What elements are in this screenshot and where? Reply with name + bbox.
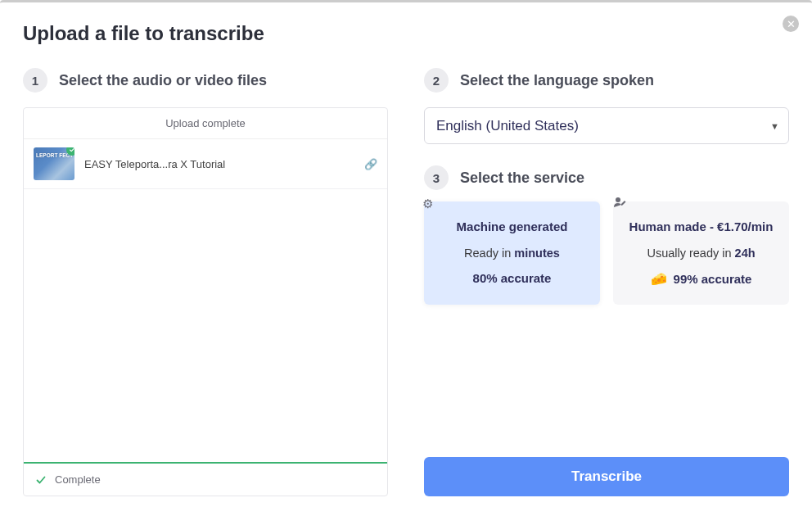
check-icon bbox=[35, 474, 47, 486]
columns: 1 Select the audio or video files Upload… bbox=[23, 68, 789, 496]
step-badge-2: 2 bbox=[424, 68, 449, 93]
complete-label: Complete bbox=[55, 473, 101, 486]
human-ready: Usually ready in 24h bbox=[625, 247, 778, 260]
cheese-icon: 🧀 bbox=[651, 271, 667, 287]
step1-header: 1 Select the audio or video files bbox=[23, 68, 388, 93]
upload-spacer bbox=[24, 189, 387, 462]
dialog-body: Upload a file to transcribe 1 Select the… bbox=[0, 2, 812, 516]
service-options: ⚙ Machine generated Ready in minutes 80%… bbox=[424, 201, 789, 305]
service-card-human[interactable]: Human made - €1.70/min Usually ready in … bbox=[613, 201, 789, 305]
check-icon bbox=[69, 147, 74, 153]
step3-title: Select the service bbox=[460, 170, 584, 187]
page-title: Upload a file to transcribe bbox=[23, 22, 789, 45]
step3-header: 3 Select the service bbox=[424, 165, 789, 190]
service-card-machine[interactable]: Machine generated Ready in minutes 80% a… bbox=[424, 201, 600, 305]
gear-icon: ⚙ bbox=[422, 197, 433, 211]
link-icon[interactable]: 🔗 bbox=[364, 158, 377, 170]
human-accuracy: 🧀 99% accurate bbox=[625, 271, 778, 287]
upload-status: Upload complete bbox=[24, 108, 387, 139]
step-badge-1: 1 bbox=[23, 68, 47, 93]
column-left: 1 Select the audio or video files Upload… bbox=[23, 68, 388, 496]
machine-title: Machine generated bbox=[435, 220, 589, 233]
human-title: Human made - €1.70/min bbox=[625, 220, 778, 233]
close-button[interactable]: ✕ bbox=[783, 16, 799, 32]
file-row[interactable]: LEPORT FECT EASY Teleporta...ra X Tutori… bbox=[24, 139, 387, 189]
machine-ready: Ready in minutes bbox=[435, 247, 589, 260]
person-edit-icon bbox=[613, 197, 628, 210]
transcribe-button[interactable]: Transcribe bbox=[424, 457, 789, 496]
step2-header: 2 Select the language spoken bbox=[424, 68, 789, 93]
file-name: EASY Teleporta...ra X Tutorial bbox=[84, 158, 354, 170]
svg-point-0 bbox=[616, 197, 620, 202]
language-select-wrap: English (United States) ▼ bbox=[424, 107, 789, 144]
step2-title: Select the language spoken bbox=[460, 72, 654, 89]
complete-row: Complete bbox=[24, 464, 387, 496]
upload-box: Upload complete LEPORT FECT EASY Telepor… bbox=[23, 107, 388, 496]
column-right: 2 Select the language spoken English (Un… bbox=[424, 68, 789, 496]
step-badge-3: 3 bbox=[424, 165, 449, 190]
machine-accuracy: 80% accurate bbox=[435, 271, 589, 285]
file-thumbnail: LEPORT FECT bbox=[34, 147, 74, 180]
step1-title: Select the audio or video files bbox=[59, 72, 267, 89]
spacer bbox=[424, 321, 789, 457]
close-icon: ✕ bbox=[787, 19, 796, 29]
language-select[interactable]: English (United States) bbox=[424, 107, 789, 144]
